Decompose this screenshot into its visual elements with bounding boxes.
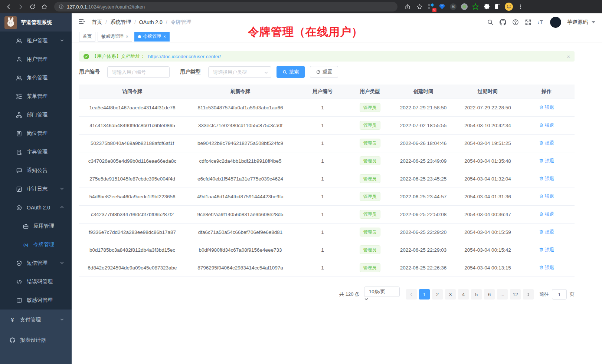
user-type-cell: 管理员 bbox=[350, 205, 390, 223]
sidebar-item-label: 岗位管理 bbox=[27, 130, 48, 137]
prev-page-button[interactable] bbox=[406, 289, 417, 300]
page-button[interactable]: 4 bbox=[458, 289, 469, 300]
page-button[interactable]: 3 bbox=[445, 289, 456, 300]
command-extension-icon[interactable]: ⌘ bbox=[449, 2, 458, 11]
sidebar-item[interactable]: 角色管理 bbox=[0, 69, 72, 87]
sidebar: 芋道管理系统 租户管理用户管理角色管理菜单管理部门管理岗位管理字典管理通知公告审… bbox=[0, 13, 72, 364]
back-icon[interactable] bbox=[4, 2, 13, 11]
profile-avatar[interactable] bbox=[504, 2, 513, 11]
trash-icon bbox=[539, 176, 544, 181]
reset-button[interactable]: 重置 bbox=[310, 66, 338, 78]
doc-link[interactable]: https://doc.iocoder.cn/user-center/ bbox=[148, 54, 221, 59]
next-page-button[interactable] bbox=[523, 289, 534, 300]
force-logout-button[interactable]: 强退 bbox=[539, 229, 554, 235]
sidebar-item[interactable]: 短信管理 bbox=[0, 254, 72, 272]
sidebar-item[interactable]: 用户管理 bbox=[0, 50, 72, 69]
green-star-extension-icon[interactable] bbox=[471, 2, 480, 11]
sidebar-item[interactable]: 字典管理 bbox=[0, 143, 72, 161]
forward-icon[interactable] bbox=[16, 2, 25, 11]
sidebar-item-label: 应用管理 bbox=[33, 223, 54, 229]
breadcrumb-item[interactable]: 系统管理 bbox=[110, 19, 131, 26]
url-bar[interactable]: 127.0.0.1:1024/system/oauth2/token bbox=[54, 2, 397, 11]
alert-close-icon[interactable]: × bbox=[567, 53, 570, 60]
tab-tag[interactable]: 令牌管理× bbox=[134, 32, 170, 42]
force-logout-button[interactable]: 强退 bbox=[539, 264, 554, 271]
access-token-cell: 41c41346a548490f9dc8b01c6bfe0865 bbox=[79, 116, 186, 134]
trash-icon bbox=[539, 265, 544, 270]
force-logout-button[interactable]: 强退 bbox=[539, 104, 554, 111]
share-icon[interactable] bbox=[403, 2, 412, 11]
refresh-token-cell: 333ecfc71e02480cb11055c875c3ca0f bbox=[186, 116, 295, 134]
tab-tag[interactable]: 敏感词管理× bbox=[98, 32, 132, 42]
action-cell: 强退 bbox=[518, 188, 575, 205]
user-caret-icon[interactable] bbox=[592, 21, 595, 23]
sidebar-item[interactable]: ¥支付管理 bbox=[0, 310, 72, 330]
force-logout-button[interactable]: 强退 bbox=[539, 246, 554, 253]
tag-close-icon[interactable]: × bbox=[126, 34, 128, 39]
user-id-input[interactable] bbox=[107, 66, 170, 78]
force-logout-button[interactable]: 强退 bbox=[539, 140, 554, 146]
page-ellipsis[interactable]: ... bbox=[497, 289, 508, 300]
app-logo[interactable]: 芋道管理系统 bbox=[0, 13, 72, 32]
page-button[interactable]: 1 bbox=[419, 289, 430, 300]
page-button[interactable]: 6 bbox=[484, 289, 495, 300]
sidebar-item[interactable]: 报表设计器 bbox=[0, 330, 72, 350]
site-info-icon[interactable] bbox=[59, 4, 64, 9]
page-button[interactable]: 2 bbox=[432, 289, 443, 300]
font-size-icon[interactable]: tT bbox=[537, 19, 544, 26]
tag-close-icon[interactable]: × bbox=[163, 34, 166, 39]
user-type-select[interactable] bbox=[208, 66, 271, 78]
home-icon[interactable] bbox=[39, 2, 49, 11]
user-type-cell: 管理员 bbox=[350, 241, 390, 259]
username[interactable]: 芋道源码 bbox=[567, 19, 588, 26]
fullscreen-icon[interactable] bbox=[525, 19, 531, 26]
sidebar-item[interactable]: (A)令牌管理 bbox=[0, 235, 72, 254]
force-logout-button[interactable]: 强退 bbox=[539, 122, 554, 129]
sidebar-item[interactable]: 敏感词管理 bbox=[0, 291, 72, 310]
puzzle-extension-icon[interactable] bbox=[482, 2, 491, 11]
help-icon[interactable] bbox=[512, 19, 519, 26]
user-type-select-input[interactable] bbox=[208, 66, 271, 78]
success-check-icon bbox=[84, 54, 89, 59]
sidebar-item[interactable]: 租户管理 bbox=[0, 32, 72, 50]
force-logout-button[interactable]: 强退 bbox=[539, 158, 554, 164]
sidebar-item[interactable]: OAuth 2.0 bbox=[0, 198, 72, 217]
goto-page-input[interactable] bbox=[552, 289, 567, 300]
user-avatar[interactable] bbox=[550, 17, 561, 28]
access-token-cell: b0d1785bc3a8482f812db4a3f3bd15ec bbox=[79, 241, 186, 259]
search-icon[interactable] bbox=[487, 19, 494, 26]
page-size-select[interactable] bbox=[364, 287, 400, 302]
user-type-cell: 管理员 bbox=[350, 170, 390, 188]
gem-extension-icon[interactable] bbox=[438, 2, 446, 11]
breadcrumb-item[interactable]: OAuth 2.0 bbox=[139, 19, 163, 25]
reload-icon[interactable] bbox=[27, 2, 37, 11]
sidebar-item[interactable]: 菜单管理 bbox=[0, 87, 72, 106]
sidebar-item[interactable]: 岗位管理 bbox=[0, 124, 72, 143]
github-icon[interactable] bbox=[500, 19, 506, 26]
sidebar-item[interactable]: 应用管理 bbox=[0, 217, 72, 235]
table-row: b0d1785bc3a8482f812db4a3f3bd15ecb0df4980… bbox=[79, 241, 575, 259]
force-logout-button[interactable]: 强退 bbox=[539, 175, 554, 182]
record-extension-icon[interactable] bbox=[460, 2, 469, 11]
sidebar-item[interactable]: 错误码管理 bbox=[0, 272, 72, 291]
extension-tiles-icon[interactable]: 9 bbox=[426, 2, 435, 11]
search-button[interactable]: 搜索 bbox=[277, 66, 305, 78]
sidebar-item[interactable]: 通知公告 bbox=[0, 161, 72, 180]
bookmark-star-icon[interactable] bbox=[415, 2, 424, 11]
created-time-cell: 2022-06-25 23:44:57 bbox=[390, 188, 457, 205]
access-token-cell: 275e5de9151045fe87cbdc395e004f4d bbox=[79, 170, 186, 188]
user-type-cell: 管理员 bbox=[350, 99, 390, 116]
sidebar-item[interactable]: 部门管理 bbox=[0, 106, 72, 124]
sidebar-item[interactable]: 审计日志 bbox=[0, 180, 72, 198]
reader-extension-icon[interactable] bbox=[493, 2, 502, 11]
page-button[interactable]: 12 bbox=[510, 289, 521, 300]
force-logout-button[interactable]: 强退 bbox=[539, 211, 554, 218]
tab-tag[interactable]: 首页 bbox=[79, 32, 95, 42]
browser-menu-icon[interactable] bbox=[516, 2, 525, 11]
force-logout-button[interactable]: 强退 bbox=[539, 193, 554, 200]
hamburger-icon[interactable] bbox=[78, 18, 86, 27]
breadcrumb-item[interactable]: 首页 bbox=[92, 19, 102, 26]
breadcrumb: 首页/系统管理/OAuth 2.0/令牌管理 bbox=[92, 19, 192, 26]
page-button[interactable]: 5 bbox=[471, 289, 482, 300]
page-size-value[interactable] bbox=[364, 287, 400, 297]
